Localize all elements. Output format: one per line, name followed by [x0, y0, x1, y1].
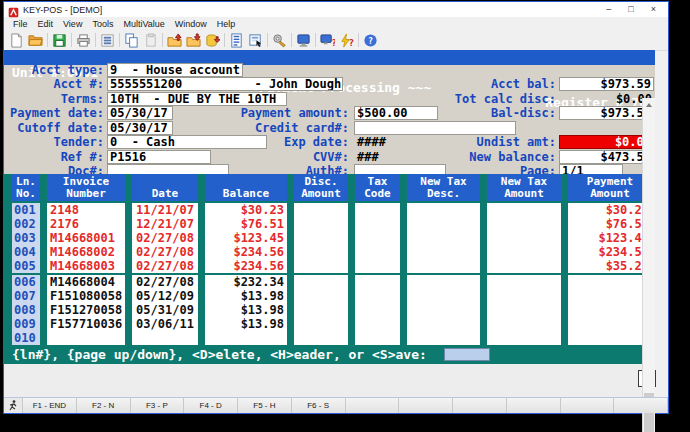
cell-tax-code[interactable] — [355, 317, 400, 331]
cvv-value[interactable]: ### — [357, 150, 397, 164]
cell-new-tax-amount[interactable] — [487, 275, 561, 289]
fkey-button-f5-h[interactable]: F5 - H — [238, 398, 292, 413]
help-icon[interactable]: ? — [361, 31, 380, 49]
command-input[interactable] — [444, 348, 490, 361]
cell-payment-amount[interactable]: $76.51 — [568, 217, 652, 231]
cell-balance[interactable]: $30.23 — [205, 203, 287, 217]
cell-balance[interactable] — [205, 331, 287, 345]
new-document-icon[interactable] — [7, 31, 26, 49]
cell-new-tax-amount[interactable] — [487, 331, 561, 345]
cell-date[interactable]: 12/21/07 — [132, 217, 198, 231]
fkey-button-f2-n[interactable]: F2 - N — [77, 398, 131, 413]
print-icon[interactable] — [74, 31, 93, 49]
menu-file[interactable]: File — [8, 19, 33, 29]
cell-disc-amount[interactable] — [294, 245, 348, 259]
export-data-icon[interactable] — [203, 31, 222, 49]
cell-disc-amount[interactable] — [294, 275, 348, 289]
open-folder-icon[interactable] — [26, 31, 45, 49]
cell-new-tax-amount[interactable] — [487, 303, 561, 317]
settings-gear-icon[interactable] — [270, 31, 289, 49]
fkey-button-f1-end[interactable]: F1 - END — [23, 398, 77, 413]
cell-tax-code[interactable] — [355, 331, 400, 345]
cell-invoice-number[interactable]: M14668004 — [47, 275, 125, 289]
cell-invoice-number[interactable]: M14668002 — [47, 245, 125, 259]
exp-date-value[interactable]: #### — [357, 135, 417, 149]
cell-date[interactable]: 11/21/07 — [132, 203, 198, 217]
cell-new-tax-desc[interactable] — [407, 303, 480, 317]
cell-invoice-number[interactable]: 2148 — [47, 203, 125, 217]
cell-payment-amount[interactable] — [568, 275, 652, 289]
menu-help[interactable]: Help — [212, 19, 241, 29]
cell-line-no[interactable]: 008 — [12, 303, 40, 317]
paste-icon[interactable] — [141, 31, 160, 49]
cell-invoice-number[interactable]: F151080058 — [47, 289, 125, 303]
cell-date[interactable]: 05/12/09 — [132, 289, 198, 303]
cell-payment-amount[interactable]: $123.45 — [568, 231, 652, 245]
minimize-button[interactable]: – — [606, 4, 611, 15]
fkey-button-empty-7[interactable] — [346, 398, 400, 413]
cell-line-no[interactable]: 001 — [12, 203, 40, 217]
cell-new-tax-desc[interactable] — [407, 289, 480, 303]
cell-disc-amount[interactable] — [294, 289, 348, 303]
cell-new-tax-desc[interactable] — [407, 217, 480, 231]
cell-new-tax-amount[interactable] — [487, 245, 561, 259]
fkey-button-f4-d[interactable]: F4 - D — [184, 398, 238, 413]
cell-tax-code[interactable] — [355, 259, 400, 273]
cell-disc-amount[interactable] — [294, 317, 348, 331]
document-list-icon[interactable] — [227, 31, 246, 49]
cell-new-tax-desc[interactable] — [407, 231, 480, 245]
cell-payment-amount[interactable] — [568, 289, 652, 303]
terms-field[interactable]: 10TH - DUE BY THE 10TH — [107, 92, 287, 106]
cell-payment-amount[interactable]: $30.23 — [568, 203, 652, 217]
credit-card-field[interactable] — [354, 121, 516, 135]
save-icon[interactable] — [50, 31, 69, 49]
cell-payment-amount[interactable] — [568, 303, 652, 317]
cell-tax-code[interactable] — [355, 231, 400, 245]
cell-tax-code[interactable] — [355, 275, 400, 289]
cell-date[interactable]: 03/06/11 — [132, 317, 198, 331]
menu-edit[interactable]: Edit — [33, 19, 59, 29]
menu-tools[interactable]: Tools — [87, 19, 118, 29]
cell-balance[interactable]: $232.34 — [205, 275, 287, 289]
acct-no-field[interactable]: 5555551200 - John Dough — [107, 77, 343, 91]
cell-disc-amount[interactable] — [294, 203, 348, 217]
cell-tax-code[interactable] — [355, 303, 400, 317]
cell-line-no[interactable]: 007 — [12, 289, 40, 303]
cell-balance[interactable]: $76.51 — [205, 217, 287, 231]
fkey-button-empty-12[interactable] — [614, 398, 668, 413]
cell-disc-amount[interactable] — [294, 331, 348, 345]
cell-balance[interactable]: $234.56 — [205, 245, 287, 259]
cell-line-no[interactable]: 010 — [12, 331, 40, 345]
cell-date[interactable]: 02/27/08 — [132, 259, 198, 273]
cell-new-tax-amount[interactable] — [487, 317, 561, 331]
cell-payment-amount[interactable] — [568, 317, 652, 331]
menu-view[interactable]: View — [58, 19, 87, 29]
cell-invoice-number[interactable] — [47, 331, 125, 345]
menu-window[interactable]: Window — [170, 19, 212, 29]
cell-disc-amount[interactable] — [294, 303, 348, 317]
maximize-button[interactable]: □ — [628, 4, 633, 15]
menu-multivalue[interactable]: MultiValue — [118, 19, 169, 29]
cutoff-date-field[interactable]: 05/30/17 — [107, 121, 173, 135]
cell-tax-code[interactable] — [355, 203, 400, 217]
cell-payment-amount[interactable]: $234.56 — [568, 245, 652, 259]
cell-new-tax-amount[interactable] — [487, 231, 561, 245]
acct-type-field[interactable]: 9 - House account — [107, 63, 243, 77]
cell-date[interactable]: 02/27/08 — [132, 275, 198, 289]
cell-line-no[interactable]: 005 — [12, 259, 40, 273]
import-folder-icon[interactable] — [165, 31, 184, 49]
cell-balance[interactable]: $123.45 — [205, 231, 287, 245]
cell-line-no[interactable]: 004 — [12, 245, 40, 259]
cell-invoice-number[interactable]: F157710036 — [47, 317, 125, 331]
cell-invoice-number[interactable]: F151270058 — [47, 303, 125, 317]
fkey-button-empty-8[interactable] — [399, 398, 453, 413]
cell-balance[interactable]: $13.98 — [205, 303, 287, 317]
cell-invoice-number[interactable]: 2176 — [47, 217, 125, 231]
close-button[interactable]: × — [651, 4, 656, 15]
cell-new-tax-amount[interactable] — [487, 289, 561, 303]
cell-tax-code[interactable] — [355, 217, 400, 231]
cell-new-tax-amount[interactable] — [487, 217, 561, 231]
cell-line-no[interactable]: 003 — [12, 231, 40, 245]
form-view-icon[interactable] — [246, 31, 265, 49]
fkey-button-empty-11[interactable] — [561, 398, 615, 413]
